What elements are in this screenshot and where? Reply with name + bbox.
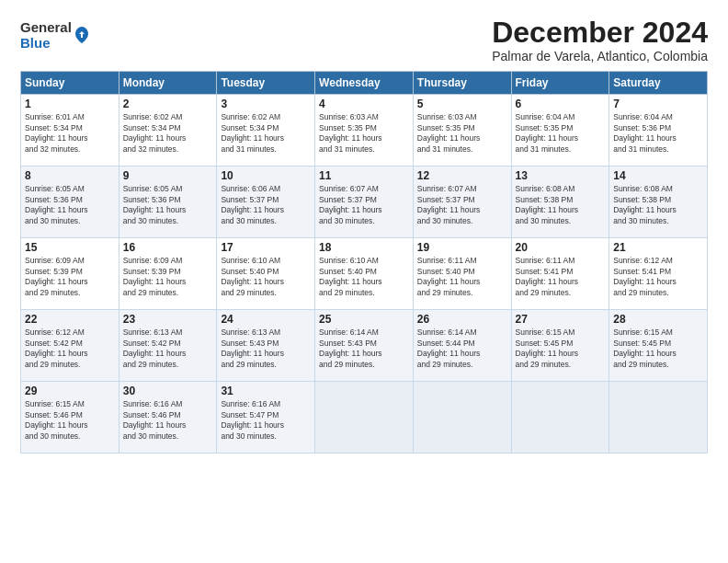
cell-text: Sunrise: 6:08 AMSunset: 5:38 PMDaylight:…	[613, 184, 677, 224]
table-row: 25Sunrise: 6:14 AMSunset: 5:43 PMDayligh…	[315, 310, 414, 382]
table-row: 24Sunrise: 6:13 AMSunset: 5:43 PMDayligh…	[217, 310, 315, 382]
day-number: 8	[25, 169, 115, 182]
table-row: 8Sunrise: 6:05 AMSunset: 5:36 PMDaylight…	[21, 167, 119, 238]
month-title: December 2024	[492, 17, 708, 49]
location-text: Palmar de Varela, Atlantico, Colombia	[492, 49, 708, 63]
cell-text: Sunrise: 6:10 AMSunset: 5:40 PMDaylight:…	[319, 256, 382, 296]
cell-text: Sunrise: 6:07 AMSunset: 5:37 PMDaylight:…	[319, 184, 382, 224]
header-wednesday: Wednesday	[315, 72, 414, 95]
table-row: 9Sunrise: 6:05 AMSunset: 5:36 PMDaylight…	[119, 167, 217, 238]
day-number: 5	[417, 98, 507, 110]
table-row: 18Sunrise: 6:10 AMSunset: 5:40 PMDayligh…	[315, 238, 414, 310]
day-number: 18	[319, 241, 409, 254]
logo-blue-text: Blue	[20, 36, 72, 52]
table-row	[511, 382, 609, 454]
table-row: 14Sunrise: 6:08 AMSunset: 5:38 PMDayligh…	[609, 167, 708, 238]
table-row: 6Sunrise: 6:04 AMSunset: 5:35 PMDaylight…	[511, 95, 609, 167]
table-row: 7Sunrise: 6:04 AMSunset: 5:36 PMDaylight…	[609, 95, 708, 167]
day-number: 29	[25, 385, 115, 397]
day-number: 17	[221, 241, 311, 254]
day-number: 22	[25, 313, 115, 326]
cell-text: Sunrise: 6:13 AMSunset: 5:42 PMDaylight:…	[123, 327, 187, 368]
day-number: 2	[123, 98, 213, 110]
cell-text: Sunrise: 6:14 AMSunset: 5:44 PMDaylight:…	[417, 327, 481, 368]
calendar-page: General Blue December 2024 Palmar de Var…	[0, 0, 728, 563]
day-number: 27	[516, 313, 606, 326]
cell-text: Sunrise: 6:11 AMSunset: 5:41 PMDaylight:…	[516, 256, 579, 296]
cell-text: Sunrise: 6:15 AMSunset: 5:45 PMDaylight:…	[516, 327, 579, 368]
cell-text: Sunrise: 6:05 AMSunset: 5:36 PMDaylight:…	[25, 184, 88, 224]
header-tuesday: Tuesday	[217, 72, 315, 95]
header-friday: Friday	[511, 72, 609, 95]
day-number: 15	[25, 241, 115, 254]
calendar-header-row: Sunday Monday Tuesday Wednesday Thursday…	[21, 72, 708, 95]
logo-general-text: General	[20, 20, 72, 36]
table-row: 2Sunrise: 6:02 AMSunset: 5:34 PMDaylight…	[119, 95, 217, 167]
page-header: General Blue December 2024 Palmar de Var…	[20, 17, 708, 63]
table-row: 20Sunrise: 6:11 AMSunset: 5:41 PMDayligh…	[511, 238, 609, 310]
day-number: 19	[417, 241, 507, 254]
cell-text: Sunrise: 6:15 AMSunset: 5:46 PMDaylight:…	[25, 399, 88, 440]
cell-text: Sunrise: 6:12 AMSunset: 5:41 PMDaylight:…	[613, 256, 677, 296]
day-number: 6	[516, 98, 606, 110]
table-row: 3Sunrise: 6:02 AMSunset: 5:34 PMDaylight…	[217, 95, 315, 167]
day-number: 31	[221, 385, 311, 397]
header-sunday: Sunday	[21, 72, 119, 95]
table-row: 31Sunrise: 6:16 AMSunset: 5:47 PMDayligh…	[217, 382, 315, 454]
table-row	[609, 382, 708, 454]
table-row: 22Sunrise: 6:12 AMSunset: 5:42 PMDayligh…	[21, 310, 119, 382]
table-row: 4Sunrise: 6:03 AMSunset: 5:35 PMDaylight…	[315, 95, 414, 167]
cell-text: Sunrise: 6:13 AMSunset: 5:43 PMDaylight:…	[221, 327, 284, 368]
cell-text: Sunrise: 6:10 AMSunset: 5:40 PMDaylight:…	[221, 256, 284, 296]
day-number: 9	[123, 169, 213, 182]
table-row	[413, 382, 511, 454]
day-number: 16	[123, 241, 213, 254]
logo: General Blue	[20, 20, 90, 51]
day-number: 14	[613, 169, 703, 182]
day-number: 26	[417, 313, 507, 326]
cell-text: Sunrise: 6:04 AMSunset: 5:36 PMDaylight:…	[613, 112, 677, 153]
table-row: 11Sunrise: 6:07 AMSunset: 5:37 PMDayligh…	[315, 167, 414, 238]
table-row: 30Sunrise: 6:16 AMSunset: 5:46 PMDayligh…	[119, 382, 217, 454]
table-row: 13Sunrise: 6:08 AMSunset: 5:38 PMDayligh…	[511, 167, 609, 238]
day-number: 7	[613, 98, 703, 110]
day-number: 12	[417, 169, 507, 182]
day-number: 28	[613, 313, 703, 326]
cell-text: Sunrise: 6:02 AMSunset: 5:34 PMDaylight:…	[221, 112, 284, 153]
cell-text: Sunrise: 6:09 AMSunset: 5:39 PMDaylight:…	[25, 256, 88, 296]
table-row: 12Sunrise: 6:07 AMSunset: 5:37 PMDayligh…	[413, 167, 511, 238]
day-number: 23	[123, 313, 213, 326]
table-row	[315, 382, 414, 454]
day-number: 25	[319, 313, 409, 326]
cell-text: Sunrise: 6:11 AMSunset: 5:40 PMDaylight:…	[417, 256, 481, 296]
cell-text: Sunrise: 6:06 AMSunset: 5:37 PMDaylight:…	[221, 184, 284, 224]
title-block: December 2024 Palmar de Varela, Atlantic…	[492, 17, 708, 63]
cell-text: Sunrise: 6:02 AMSunset: 5:34 PMDaylight:…	[123, 112, 187, 153]
cell-text: Sunrise: 6:09 AMSunset: 5:39 PMDaylight:…	[123, 256, 187, 296]
cell-text: Sunrise: 6:12 AMSunset: 5:42 PMDaylight:…	[25, 327, 88, 368]
cell-text: Sunrise: 6:08 AMSunset: 5:38 PMDaylight:…	[516, 184, 579, 224]
table-row: 26Sunrise: 6:14 AMSunset: 5:44 PMDayligh…	[413, 310, 511, 382]
table-row: 19Sunrise: 6:11 AMSunset: 5:40 PMDayligh…	[413, 238, 511, 310]
cell-text: Sunrise: 6:14 AMSunset: 5:43 PMDaylight:…	[319, 327, 382, 368]
cell-text: Sunrise: 6:05 AMSunset: 5:36 PMDaylight:…	[123, 184, 187, 224]
table-row: 15Sunrise: 6:09 AMSunset: 5:39 PMDayligh…	[21, 238, 119, 310]
cell-text: Sunrise: 6:07 AMSunset: 5:37 PMDaylight:…	[417, 184, 481, 224]
cell-text: Sunrise: 6:04 AMSunset: 5:35 PMDaylight:…	[516, 112, 579, 153]
day-number: 13	[516, 169, 606, 182]
day-number: 21	[613, 241, 703, 254]
table-row: 17Sunrise: 6:10 AMSunset: 5:40 PMDayligh…	[217, 238, 315, 310]
day-number: 4	[319, 98, 409, 110]
logo-icon	[74, 25, 90, 45]
calendar-table: Sunday Monday Tuesday Wednesday Thursday…	[20, 71, 708, 454]
day-number: 20	[516, 241, 606, 254]
cell-text: Sunrise: 6:03 AMSunset: 5:35 PMDaylight:…	[319, 112, 382, 153]
day-number: 3	[221, 98, 311, 110]
table-row: 16Sunrise: 6:09 AMSunset: 5:39 PMDayligh…	[119, 238, 217, 310]
day-number: 24	[221, 313, 311, 326]
day-number: 11	[319, 169, 409, 182]
table-row: 1Sunrise: 6:01 AMSunset: 5:34 PMDaylight…	[21, 95, 119, 167]
header-monday: Monday	[119, 72, 217, 95]
table-row: 23Sunrise: 6:13 AMSunset: 5:42 PMDayligh…	[119, 310, 217, 382]
table-row: 5Sunrise: 6:03 AMSunset: 5:35 PMDaylight…	[413, 95, 511, 167]
